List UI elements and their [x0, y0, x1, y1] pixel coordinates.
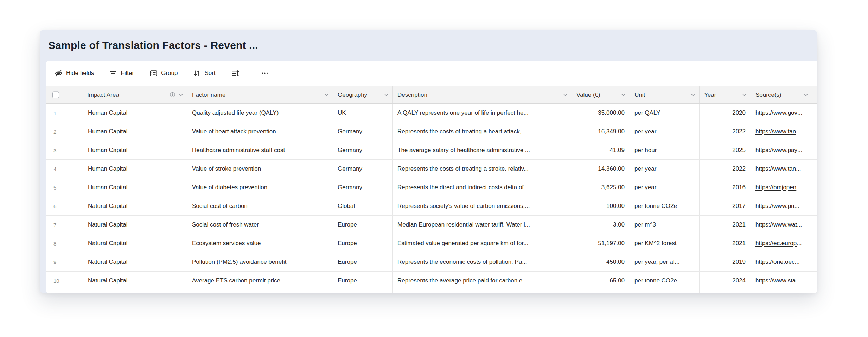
unit-cell[interactable]: per hour [630, 141, 700, 159]
unit-cell[interactable]: per year, per af... [630, 253, 700, 271]
chevron-down-icon[interactable] [803, 92, 809, 97]
source-link[interactable]: https://www.tan [755, 165, 796, 172]
chevron-down-icon[interactable] [178, 92, 184, 97]
factor-name-cell[interactable]: Social cost of carbon [187, 197, 333, 215]
source-cell[interactable]: https://bmjopen... [751, 178, 812, 197]
source-cell[interactable]: https://www.tan... [751, 122, 812, 141]
description-cell[interactable]: Represents the costs of treating a strok… [393, 160, 572, 178]
geography-cell[interactable]: Germany [333, 122, 393, 141]
hide-fields-button[interactable]: Hide fields [55, 69, 94, 77]
column-header-geography[interactable]: Geography [333, 86, 393, 103]
description-cell[interactable]: Represents the average price paid for ca… [393, 272, 572, 290]
year-cell[interactable]: 2017 [700, 197, 751, 215]
unit-cell[interactable]: per KM^2 forest [630, 234, 700, 253]
factor-name-cell[interactable]: Quality adjusted life year (QALY) [187, 104, 333, 122]
row-number[interactable]: 7 [53, 222, 56, 228]
source-link[interactable]: https://www.pay [755, 147, 797, 154]
unit-cell[interactable]: per QALY [630, 104, 700, 122]
factor-name-cell[interactable]: Value of heart attack prevention [187, 122, 333, 141]
unit-cell[interactable]: per m^3 [630, 216, 700, 234]
source-link[interactable]: https://ec.europ [755, 240, 797, 247]
factor-name-cell[interactable]: Ecosystem services value [187, 234, 333, 253]
geography-cell[interactable]: Germany [333, 178, 393, 197]
geography-cell[interactable]: UK [333, 104, 393, 122]
description-cell[interactable]: Represents the direct and indirect costs… [393, 178, 572, 197]
select-all-checkbox[interactable] [52, 91, 59, 98]
row-number[interactable]: 9 [53, 259, 56, 265]
source-link[interactable]: https://www.pn [755, 203, 794, 210]
value-cell[interactable]: 450.00 [572, 253, 630, 271]
value-cell[interactable]: 16,349.00 [572, 122, 630, 141]
column-header-impact-area[interactable]: Impact Area [46, 86, 187, 103]
unit-cell[interactable]: per tonne CO2e [630, 197, 700, 215]
unit-cell[interactable]: per tonne CO2e [630, 272, 700, 290]
source-cell[interactable]: https://www.sta... [751, 272, 812, 290]
geography-cell[interactable]: Global [333, 197, 393, 215]
chevron-down-icon[interactable] [621, 92, 626, 97]
value-cell[interactable]: 35,000.00 [572, 104, 630, 122]
value-cell[interactable]: 65.00 [572, 272, 630, 290]
impact-area-cell[interactable]: 4 Human Capital [46, 160, 187, 178]
column-header-year[interactable]: Year [700, 86, 751, 103]
factor-name-cell[interactable]: Value of diabetes prevention [187, 178, 333, 197]
geography-cell[interactable]: Europe [333, 253, 393, 271]
geography-cell[interactable]: Europe [333, 272, 393, 290]
chevron-down-icon[interactable] [563, 92, 568, 97]
impact-area-cell[interactable]: 8 Natural Capital [46, 234, 187, 253]
column-header-value[interactable]: Value (€) [572, 86, 630, 103]
year-cell[interactable]: 2025 [700, 141, 751, 159]
info-icon[interactable] [170, 92, 175, 98]
source-cell[interactable]: https://one.oec... [751, 253, 812, 271]
value-cell[interactable]: 41.09 [572, 141, 630, 159]
factor-name-cell[interactable]: Value of stroke prevention [187, 160, 333, 178]
geography-cell[interactable]: Germany [333, 160, 393, 178]
description-cell[interactable]: The average salary of healthcare adminis… [393, 141, 572, 159]
impact-area-cell[interactable]: 5 Human Capital [46, 178, 187, 197]
value-cell[interactable]: 51,197.00 [572, 234, 630, 253]
source-cell[interactable]: https://www.tan... [751, 160, 812, 178]
column-header-unit[interactable]: Unit [630, 86, 700, 103]
chevron-down-icon[interactable] [690, 92, 696, 97]
row-number[interactable]: 6 [53, 203, 56, 209]
source-link[interactable]: https://www.gov [755, 109, 797, 116]
value-cell[interactable]: 100.00 [572, 197, 630, 215]
row-number[interactable]: 10 [53, 278, 59, 284]
factor-name-cell[interactable]: Average ETS carbon permit price [187, 272, 333, 290]
year-cell[interactable]: 2021 [700, 234, 751, 253]
description-cell[interactable]: A QALY represents one year of life in pe… [393, 104, 572, 122]
year-cell[interactable]: 2016 [700, 178, 751, 197]
chevron-down-icon[interactable] [384, 92, 389, 97]
source-cell[interactable]: https://ec.europ... [751, 234, 812, 253]
unit-cell[interactable]: per year [630, 160, 700, 178]
impact-area-cell[interactable]: 2 Human Capital [46, 122, 187, 141]
impact-area-cell[interactable]: 7 Natural Capital [46, 216, 187, 234]
source-cell[interactable]: https://www.pn... [751, 197, 812, 215]
source-link[interactable]: https://www.wat [755, 221, 797, 228]
column-header-factor-name[interactable]: Factor name [187, 86, 333, 103]
factor-name-cell[interactable]: Pollution (PM2.5) avoidance benefit [187, 253, 333, 271]
unit-cell[interactable]: per year [630, 122, 700, 141]
description-cell[interactable]: Represents the costs of treating a heart… [393, 122, 572, 141]
year-cell[interactable]: 2019 [700, 253, 751, 271]
row-height-button[interactable] [231, 69, 239, 77]
chevron-down-icon[interactable] [324, 92, 329, 97]
row-number[interactable]: 2 [53, 129, 56, 135]
year-cell[interactable]: 2024 [700, 272, 751, 290]
geography-cell[interactable]: Germany [333, 141, 393, 159]
filter-button[interactable]: Filter [109, 69, 134, 77]
impact-area-cell[interactable]: 1 Human Capital [46, 104, 187, 122]
source-link[interactable]: https://www.tan [755, 128, 796, 135]
row-number[interactable]: 8 [53, 241, 56, 247]
factor-name-cell[interactable]: Social cost of fresh water [187, 216, 333, 234]
year-cell[interactable]: 2020 [700, 104, 751, 122]
chevron-down-icon[interactable] [742, 92, 747, 97]
source-cell[interactable]: https://www.gov... [751, 104, 812, 122]
impact-area-cell[interactable]: 9 Natural Capital [46, 253, 187, 271]
value-cell[interactable]: 3.00 [572, 216, 630, 234]
value-cell[interactable]: 3,625.00 [572, 178, 630, 197]
row-number[interactable]: 3 [53, 147, 56, 153]
source-cell[interactable]: https://www.wat... [751, 216, 812, 234]
column-header-sources[interactable]: Source(s) [751, 86, 812, 103]
year-cell[interactable]: 2021 [700, 216, 751, 234]
geography-cell[interactable]: Europe [333, 234, 393, 253]
